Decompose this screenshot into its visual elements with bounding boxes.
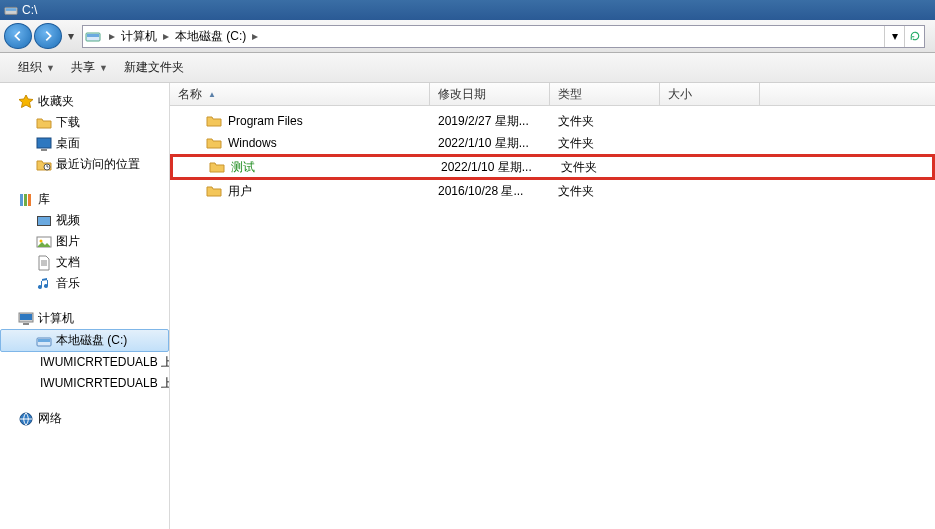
table-row[interactable]: Program Files2019/2/27 星期...文件夹: [170, 110, 935, 132]
address-bar[interactable]: ▸ 计算机 ▸ 本地磁盘 (C:) ▸ ▾: [82, 25, 925, 48]
forward-button[interactable]: [34, 23, 62, 49]
sidebar-item-desktop[interactable]: 桌面: [0, 133, 169, 154]
drive-icon: [85, 28, 101, 44]
file-date: 2019/2/27 星期...: [430, 113, 550, 130]
body: 收藏夹 下载 桌面 最近访问的位置 库 视频 图片 文档 音乐 计算机 本地磁盘…: [0, 83, 935, 529]
organize-menu[interactable]: 组织▼: [12, 56, 61, 79]
folder-icon: [206, 135, 222, 151]
main-pane: 名称▲ 修改日期 类型 大小 Program Files2019/2/27 星期…: [170, 83, 935, 529]
column-size[interactable]: 大小: [660, 83, 760, 105]
sidebar-item-netdrive-1[interactable]: IWUMICRRTEDUALB 上: [0, 352, 169, 373]
sidebar: 收藏夹 下载 桌面 最近访问的位置 库 视频 图片 文档 音乐 计算机 本地磁盘…: [0, 83, 170, 529]
breadcrumb-sep[interactable]: ▸: [105, 29, 119, 43]
file-name: Windows: [228, 136, 277, 150]
table-row[interactable]: 用户2016/10/28 星...文件夹: [170, 180, 935, 202]
sidebar-network[interactable]: 网络: [0, 408, 169, 429]
column-type[interactable]: 类型: [550, 83, 660, 105]
video-icon: [36, 213, 52, 229]
svg-rect-15: [20, 314, 32, 320]
file-type: 文件夹: [550, 135, 660, 152]
sidebar-item-pictures[interactable]: 图片: [0, 231, 169, 252]
music-icon: [36, 276, 52, 292]
svg-rect-18: [38, 339, 50, 342]
document-icon: [36, 255, 52, 271]
sidebar-favorites[interactable]: 收藏夹: [0, 91, 169, 112]
breadcrumb-computer[interactable]: 计算机: [119, 26, 159, 47]
titlebar: C:\: [0, 0, 935, 20]
column-date[interactable]: 修改日期: [430, 83, 550, 105]
table-row[interactable]: 测试2022/1/10 星期...文件夹: [170, 154, 935, 180]
sidebar-computer[interactable]: 计算机: [0, 308, 169, 329]
file-date: 2022/1/10 星期...: [433, 159, 553, 176]
sidebar-item-downloads[interactable]: 下载: [0, 112, 169, 133]
svg-rect-4: [37, 138, 51, 148]
table-row[interactable]: Windows2022/1/10 星期...文件夹: [170, 132, 935, 154]
toolbar: 组织▼ 共享▼ 新建文件夹: [0, 53, 935, 83]
folder-icon: [209, 159, 225, 175]
breadcrumb-sep[interactable]: ▸: [248, 29, 262, 43]
folder-icon: [206, 113, 222, 129]
sort-asc-icon: ▲: [208, 90, 216, 99]
window-title: C:\: [22, 3, 37, 17]
new-folder-button[interactable]: 新建文件夹: [118, 56, 190, 79]
svg-rect-7: [20, 194, 23, 206]
share-menu[interactable]: 共享▼: [65, 56, 114, 79]
navbar: ▾ ▸ 计算机 ▸ 本地磁盘 (C:) ▸ ▾: [0, 20, 935, 53]
sidebar-item-videos[interactable]: 视频: [0, 210, 169, 231]
file-date: 2016/10/28 星...: [430, 183, 550, 200]
file-name: Program Files: [228, 114, 303, 128]
library-icon: [18, 192, 34, 208]
svg-rect-9: [28, 194, 31, 206]
file-date: 2022/1/10 星期...: [430, 135, 550, 152]
file-type: 文件夹: [550, 183, 660, 200]
svg-rect-5: [41, 149, 47, 151]
column-header: 名称▲ 修改日期 类型 大小: [170, 83, 935, 106]
sidebar-item-netdrive-2[interactable]: IWUMICRRTEDUALB 上: [0, 373, 169, 394]
svg-rect-1: [6, 8, 17, 11]
breadcrumb-drive[interactable]: 本地磁盘 (C:): [173, 26, 248, 47]
sidebar-item-music[interactable]: 音乐: [0, 273, 169, 294]
refresh-button[interactable]: [904, 26, 924, 47]
picture-icon: [36, 234, 52, 250]
folder-icon: [36, 115, 52, 131]
network-icon: [18, 411, 34, 427]
back-button[interactable]: [4, 23, 32, 49]
drive-icon: [4, 3, 18, 17]
history-dropdown[interactable]: ▾: [64, 29, 78, 43]
file-name: 用户: [228, 183, 252, 200]
sidebar-item-documents[interactable]: 文档: [0, 252, 169, 273]
svg-rect-3: [87, 34, 99, 37]
column-name[interactable]: 名称▲: [170, 83, 430, 105]
drive-icon: [36, 333, 52, 349]
desktop-icon: [36, 136, 52, 152]
svg-rect-11: [38, 217, 50, 225]
star-icon: [18, 94, 34, 110]
recent-icon: [36, 157, 52, 173]
sidebar-libraries[interactable]: 库: [0, 189, 169, 210]
sidebar-item-recent[interactable]: 最近访问的位置: [0, 154, 169, 175]
file-name: 测试: [231, 159, 255, 176]
svg-rect-16: [23, 323, 29, 325]
sidebar-item-drive-c[interactable]: 本地磁盘 (C:): [0, 329, 169, 352]
svg-rect-8: [24, 194, 27, 206]
file-type: 文件夹: [550, 113, 660, 130]
file-list: Program Files2019/2/27 星期...文件夹Windows20…: [170, 106, 935, 529]
file-type: 文件夹: [553, 159, 663, 176]
breadcrumb-sep[interactable]: ▸: [159, 29, 173, 43]
address-dropdown[interactable]: ▾: [884, 26, 904, 47]
computer-icon: [18, 311, 34, 327]
folder-icon: [206, 183, 222, 199]
